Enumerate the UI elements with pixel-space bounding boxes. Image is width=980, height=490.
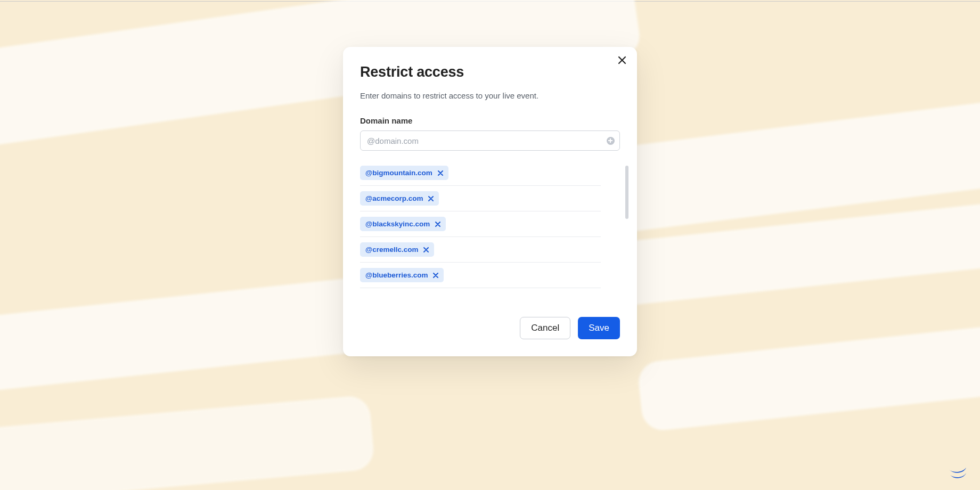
list-item: @blueberries.com <box>360 263 601 288</box>
domain-chip: @acmecorp.com <box>360 191 439 206</box>
list-item: @blackskyinc.com <box>360 211 601 237</box>
domain-input-wrap <box>360 130 620 151</box>
list-item: @acmecorp.com <box>360 186 601 211</box>
domain-input[interactable] <box>360 130 620 151</box>
domain-list: @bigmountain.com @acmecorp.com <box>360 166 601 288</box>
domain-chip: @bigmountain.com <box>360 166 448 180</box>
close-icon <box>428 196 434 201</box>
close-icon <box>438 170 443 176</box>
domain-chip-label: @blueberries.com <box>365 271 428 279</box>
modal-actions: Cancel Save <box>360 317 620 339</box>
domain-chip: @cremellc.com <box>360 242 434 257</box>
cancel-button[interactable]: Cancel <box>520 317 570 339</box>
domain-chip: @blueberries.com <box>360 268 444 282</box>
domain-chip-label: @blackskyinc.com <box>365 220 430 228</box>
remove-domain-button[interactable] <box>437 169 444 177</box>
domain-list-scroll: @bigmountain.com @acmecorp.com <box>360 166 620 299</box>
domain-list-area: @bigmountain.com @acmecorp.com <box>360 166 620 299</box>
list-item: @cremellc.com <box>360 237 601 263</box>
close-button[interactable] <box>616 54 628 67</box>
remove-domain-button[interactable] <box>432 272 439 279</box>
domain-chip: @blackskyinc.com <box>360 217 446 231</box>
brand-logo <box>948 464 967 479</box>
close-icon <box>433 273 438 278</box>
modal-description: Enter domains to restrict access to your… <box>360 90 620 101</box>
plus-circle-icon <box>607 137 615 145</box>
domain-name-label: Domain name <box>360 116 620 125</box>
domain-chip-label: @acmecorp.com <box>365 194 423 202</box>
remove-domain-button[interactable] <box>434 220 442 228</box>
save-button[interactable]: Save <box>578 317 620 339</box>
divider-top <box>0 1 980 2</box>
close-icon <box>423 247 429 252</box>
add-domain-button[interactable] <box>605 135 616 146</box>
close-icon <box>618 56 626 66</box>
list-item: @bigmountain.com <box>360 166 601 186</box>
remove-domain-button[interactable] <box>422 246 430 254</box>
modal-title: Restrict access <box>360 64 620 80</box>
restrict-access-modal: Restrict access Enter domains to restric… <box>343 47 637 356</box>
domain-chip-label: @cremellc.com <box>365 246 418 254</box>
close-icon <box>435 222 440 227</box>
scrollbar-thumb[interactable] <box>625 166 628 219</box>
domain-chip-label: @bigmountain.com <box>365 169 432 177</box>
remove-domain-button[interactable] <box>427 195 435 202</box>
